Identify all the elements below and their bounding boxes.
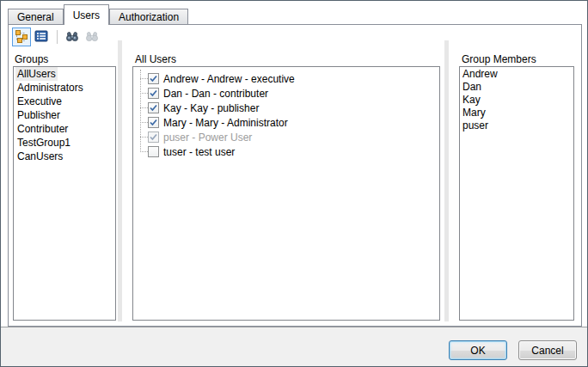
panel-divider	[444, 40, 449, 321]
users-dialog: General Users Authorization	[0, 0, 588, 367]
tree-line	[140, 78, 148, 79]
group-item[interactable]: Executive	[14, 95, 115, 108]
user-row[interactable]: Kay - Kay - publisher	[133, 101, 439, 115]
toolbar	[12, 27, 102, 47]
tab-strip: General Users Authorization	[8, 4, 188, 25]
tree-line	[140, 151, 148, 152]
group-item[interactable]: CanUsers	[14, 150, 115, 163]
group-item-label: Executive	[15, 95, 64, 108]
group-item-label: CanUsers	[15, 150, 64, 163]
groups-listbox[interactable]: AllUsersAdministratorsExecutivePublisher…	[13, 66, 116, 321]
tab-authorization[interactable]: Authorization	[109, 9, 188, 24]
group-item[interactable]: Publisher	[14, 108, 115, 122]
group-view-button[interactable]	[12, 28, 31, 46]
tab-general[interactable]: General	[8, 9, 64, 24]
tree-line	[140, 70, 141, 150]
user-checkbox[interactable]	[148, 117, 159, 128]
tree-line	[140, 93, 148, 94]
find-next-button	[83, 28, 101, 46]
user-row[interactable]: Andrew - Andrew - executive	[133, 71, 439, 86]
user-label: Kay - Kay - publisher	[163, 102, 259, 114]
group-item-label: TestGroup1	[15, 136, 72, 150]
find-icon	[65, 29, 79, 46]
group-item-label: Administrators	[15, 81, 85, 95]
all-users-label: All Users	[135, 53, 176, 65]
user-row[interactable]: tuser - test user	[133, 144, 439, 159]
list-view-button[interactable]	[32, 28, 51, 46]
group-item[interactable]: TestGroup1	[14, 136, 115, 150]
group-item[interactable]: AllUsers	[14, 67, 115, 81]
member-item[interactable]: Mary	[460, 106, 573, 119]
group-item-label: Contributer	[15, 122, 70, 136]
tab-users[interactable]: Users	[64, 4, 109, 25]
find-disabled-icon	[85, 29, 99, 46]
member-item[interactable]: Dan	[460, 80, 573, 93]
user-row[interactable]: Dan - Dan - contributer	[133, 86, 439, 101]
group-view-icon	[15, 29, 28, 46]
user-label: puser - Power User	[163, 132, 252, 144]
list-view-icon	[34, 29, 48, 46]
user-checkbox[interactable]	[148, 88, 159, 99]
tree-line	[140, 137, 148, 138]
panel-divider	[118, 40, 122, 321]
member-item[interactable]: Kay	[460, 93, 573, 106]
group-item-label: Publisher	[15, 108, 62, 122]
group-item[interactable]: Contributer	[14, 122, 115, 136]
user-checkbox	[148, 132, 159, 143]
user-row[interactable]: Mary - Mary - Administrator	[133, 115, 439, 130]
group-members-label: Group Members	[462, 53, 536, 65]
group-item-label: AllUsers	[15, 67, 58, 81]
footer: OK Cancel	[1, 327, 587, 366]
tree-line	[140, 107, 148, 108]
cancel-button[interactable]: Cancel	[518, 340, 577, 360]
group-item[interactable]: Administrators	[14, 81, 115, 95]
find-button[interactable]	[63, 28, 82, 46]
group-members-listbox[interactable]: AndrewDanKayMarypuser	[459, 66, 574, 321]
user-row[interactable]: puser - Power User	[133, 130, 439, 144]
user-checkbox[interactable]	[148, 73, 159, 84]
user-label: Mary - Mary - Administrator	[163, 117, 288, 129]
user-label: Andrew - Andrew - executive	[163, 73, 295, 85]
ok-button[interactable]: OK	[449, 340, 507, 360]
member-item[interactable]: Andrew	[460, 67, 573, 80]
user-checkbox[interactable]	[148, 146, 159, 157]
user-label: tuser - test user	[163, 146, 235, 158]
users-tab-page: Groups All Users Group Members AllUsersA…	[8, 24, 582, 327]
all-users-listbox[interactable]: Andrew - Andrew - executiveDan - Dan - c…	[132, 66, 440, 321]
toolbar-separator	[57, 30, 58, 44]
user-label: Dan - Dan - contributer	[163, 88, 268, 100]
groups-label: Groups	[15, 53, 48, 65]
member-item[interactable]: puser	[460, 119, 573, 132]
tree-line	[140, 122, 148, 123]
user-checkbox[interactable]	[148, 102, 159, 113]
